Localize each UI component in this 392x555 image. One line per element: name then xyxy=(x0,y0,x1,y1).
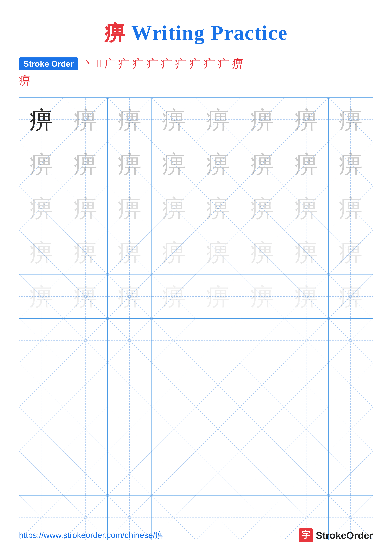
grid-cell[interactable] xyxy=(108,407,152,451)
grid-cell[interactable]: 痹 xyxy=(284,230,328,275)
grid-cell[interactable] xyxy=(19,407,64,451)
grid-cell[interactable] xyxy=(240,319,284,363)
svg-line-115 xyxy=(64,407,107,451)
grid-cell[interactable]: 痹 xyxy=(284,98,328,142)
svg-line-122 xyxy=(240,407,284,451)
grid-cell[interactable] xyxy=(240,407,284,451)
grid-row: 痹 痹 痹 痹 痹 痹 痹 xyxy=(19,186,373,230)
grid-cell[interactable]: 痹 xyxy=(108,186,152,230)
grid-cell[interactable]: 痹 xyxy=(64,186,107,230)
grid-cell[interactable] xyxy=(284,319,328,363)
grid-cell[interactable] xyxy=(152,407,196,451)
grid-cell[interactable]: 痹 xyxy=(284,275,328,319)
grid-cell[interactable]: 痹 xyxy=(284,142,328,186)
grid-cell[interactable]: 痹 xyxy=(196,186,240,230)
grid-cell[interactable]: 痹 xyxy=(328,142,373,186)
grid-cell[interactable]: 痹 xyxy=(108,275,152,319)
svg-line-139 xyxy=(240,451,284,495)
grid-cell[interactable]: 痹 xyxy=(196,275,240,319)
grid-cell[interactable] xyxy=(152,363,196,407)
grid-cell[interactable]: 痹 xyxy=(284,186,328,230)
grid-cell[interactable]: 痹 xyxy=(240,275,284,319)
grid-row: 痹 痹 痹 痹 痹 痹 痹 xyxy=(19,275,373,319)
grid-cell[interactable] xyxy=(108,451,152,496)
grid-cell[interactable]: 痹 xyxy=(108,98,152,142)
footer-url[interactable]: https://www.strokeorder.com/chinese/痹 xyxy=(19,530,163,541)
grid-cell[interactable] xyxy=(19,363,64,407)
svg-line-85 xyxy=(108,319,151,362)
svg-line-124 xyxy=(284,407,328,451)
svg-line-82 xyxy=(64,319,107,362)
grid-cell[interactable] xyxy=(196,407,240,451)
grid-cell[interactable]: 痹 xyxy=(328,275,373,319)
grid-cell[interactable]: 痹 xyxy=(152,186,196,230)
grid-cell[interactable] xyxy=(108,319,152,363)
grid-cell[interactable]: 痹 xyxy=(240,186,284,230)
grid-cell[interactable] xyxy=(240,451,284,496)
grid-cell[interactable]: 痹 xyxy=(64,142,107,186)
grid-cell[interactable]: 痹 xyxy=(19,230,64,275)
svg-line-134 xyxy=(152,451,196,495)
svg-line-107 xyxy=(240,363,284,407)
grid-cell[interactable]: 痹 xyxy=(108,142,152,186)
svg-line-104 xyxy=(196,363,240,407)
svg-line-127 xyxy=(328,407,373,451)
grid-row: 痹 痹 痹 痹 痹 痹 痹 xyxy=(19,98,373,142)
grid-cell[interactable] xyxy=(19,451,64,496)
grid-cell[interactable] xyxy=(328,407,373,451)
grid-cell[interactable] xyxy=(240,363,284,407)
svg-line-100 xyxy=(108,363,151,407)
grid-cell[interactable]: 痹 xyxy=(240,142,284,186)
grid-cell[interactable]: 痹 xyxy=(328,186,373,230)
stroke-sequence: 丶 𠃊 广 疒 疒 疒 疒 疒 疒 疒 疒 痹 xyxy=(83,56,373,71)
grid-cell[interactable] xyxy=(196,319,240,363)
grid-cell[interactable] xyxy=(284,451,328,496)
grid-cell[interactable]: 痹 xyxy=(196,98,240,142)
grid-cell[interactable] xyxy=(328,451,373,496)
grid-cell[interactable]: 痹 xyxy=(152,142,196,186)
grid-cell[interactable]: 痹 xyxy=(152,275,196,319)
grid-cell[interactable] xyxy=(196,451,240,496)
grid-cell[interactable] xyxy=(284,363,328,407)
svg-line-98 xyxy=(64,363,107,407)
svg-line-80 xyxy=(19,319,63,362)
grid-cell[interactable]: 痹 xyxy=(196,230,240,275)
svg-line-135 xyxy=(152,451,196,495)
grid-cell[interactable] xyxy=(284,407,328,451)
stroke-order-badge: Stroke Order xyxy=(19,58,78,70)
grid-cell[interactable]: 痹 xyxy=(196,142,240,186)
grid-cell[interactable] xyxy=(108,363,152,407)
grid-cell[interactable]: 痹 xyxy=(19,142,64,186)
grid-cell[interactable]: 痹 xyxy=(152,230,196,275)
grid-cell[interactable] xyxy=(152,451,196,496)
grid-cell[interactable] xyxy=(328,363,373,407)
grid-cell[interactable]: 痹 xyxy=(19,186,64,230)
grid-cell[interactable] xyxy=(64,407,107,451)
svg-line-89 xyxy=(196,319,240,362)
grid-cell[interactable]: 痹 xyxy=(19,275,64,319)
grid-cell[interactable] xyxy=(152,319,196,363)
page: 痹 Writing Practice Stroke Order 丶 𠃊 广 疒 … xyxy=(0,0,392,555)
grid-cell[interactable] xyxy=(19,319,64,363)
svg-line-132 xyxy=(108,451,151,495)
page-title: 痹 Writing Practice xyxy=(104,19,288,47)
svg-line-86 xyxy=(152,319,196,362)
practice-grid: 痹 痹 痹 痹 痹 痹 痹 xyxy=(19,97,373,540)
grid-cell[interactable]: 痹 xyxy=(64,230,107,275)
grid-cell[interactable] xyxy=(64,451,107,496)
grid-cell[interactable] xyxy=(196,363,240,407)
svg-line-137 xyxy=(196,451,240,495)
footer-logo: 字 StrokeOrder xyxy=(299,528,373,542)
grid-cell[interactable]: 痹 xyxy=(152,98,196,142)
grid-cell[interactable] xyxy=(64,363,107,407)
grid-cell[interactable]: 痹 xyxy=(328,98,373,142)
grid-cell[interactable]: 痹 xyxy=(19,98,64,142)
grid-cell[interactable]: 痹 xyxy=(64,275,107,319)
grid-cell[interactable] xyxy=(64,319,107,363)
grid-cell[interactable] xyxy=(328,319,373,363)
grid-cell[interactable]: 痹 xyxy=(328,230,373,275)
grid-cell[interactable]: 痹 xyxy=(108,230,152,275)
grid-cell[interactable]: 痹 xyxy=(240,230,284,275)
grid-cell[interactable]: 痹 xyxy=(64,98,107,142)
grid-cell[interactable]: 痹 xyxy=(240,98,284,142)
